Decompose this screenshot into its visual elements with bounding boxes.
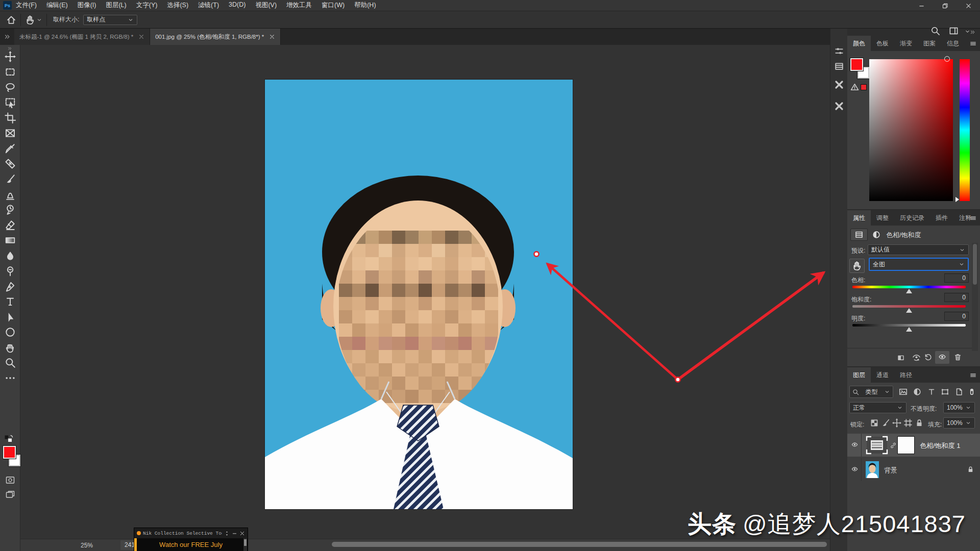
- swap-colors-icon[interactable]: [4, 435, 13, 443]
- hue-value[interactable]: 0: [944, 273, 969, 283]
- home-button[interactable]: [6, 15, 16, 25]
- panel-icon-nik-color-efex[interactable]: [834, 101, 844, 111]
- filter-adjustment-icon[interactable]: [913, 387, 922, 396]
- crop-tool[interactable]: [5, 112, 16, 123]
- tab-history[interactable]: 历史记录: [894, 210, 930, 226]
- blend-mode-select[interactable]: 正常: [849, 402, 906, 413]
- document-tab-untitled[interactable]: 未标题-1 @ 24.6% (椭圆 1 拷贝 2, RGB/8) *: [14, 29, 150, 45]
- lock-position-icon[interactable]: [892, 418, 901, 428]
- tab-gradients[interactable]: 渐变: [894, 36, 918, 51]
- nik-message-link[interactable]: Watch our FREE July: [159, 541, 223, 548]
- sample-size-select[interactable]: 取样点: [83, 15, 137, 25]
- menu-3D[interactable]: 3D(D): [229, 1, 246, 10]
- saturation-brightness-field[interactable]: [869, 59, 953, 201]
- hue-slider[interactable]: [852, 286, 966, 288]
- hue-strip[interactable]: [960, 59, 970, 201]
- gradient-tool[interactable]: [5, 235, 16, 246]
- blur-tool[interactable]: [5, 250, 16, 261]
- eye-icon[interactable]: [850, 466, 859, 472]
- quick-mask-mode-icon[interactable]: [5, 475, 15, 485]
- close-tab-icon[interactable]: [269, 34, 275, 40]
- nik-close-icon[interactable]: [239, 531, 245, 536]
- menu-图层[interactable]: 图层(L): [106, 1, 126, 10]
- lasso-tool[interactable]: [5, 82, 16, 93]
- nik-minimize-icon[interactable]: [232, 531, 237, 536]
- close-button[interactable]: [957, 0, 980, 11]
- layer-row-hue-saturation[interactable]: 色相/饱和度 1: [847, 434, 980, 457]
- menu-增效工具[interactable]: 增效工具: [286, 1, 312, 10]
- lock-artboard-icon[interactable]: [903, 418, 913, 428]
- panel-menu-icon[interactable]: [969, 40, 977, 47]
- rectangular-marquee-tool[interactable]: [5, 66, 16, 78]
- delete-adjustment-icon[interactable]: [953, 353, 962, 362]
- lock-transparency-icon[interactable]: [870, 418, 879, 428]
- lightness-value[interactable]: 0: [944, 312, 969, 321]
- hand-tool[interactable]: [5, 342, 16, 353]
- panel-menu-icon[interactable]: [969, 371, 977, 379]
- horizontal-scrollbar[interactable]: [332, 542, 827, 547]
- nik-updown-icon[interactable]: [224, 531, 230, 536]
- gamut-warning-icon[interactable]: [850, 83, 859, 91]
- brush-tool[interactable]: [5, 173, 16, 185]
- restore-button[interactable]: [933, 0, 957, 11]
- pen-tool[interactable]: [5, 281, 16, 292]
- object-selection-tool[interactable]: [5, 97, 16, 108]
- lightness-slider[interactable]: [852, 324, 966, 327]
- filter-shape-icon[interactable]: [940, 387, 950, 396]
- panel-icon-properties[interactable]: [834, 46, 844, 56]
- reset-adjustment-icon[interactable]: [924, 353, 933, 362]
- tab-paths[interactable]: 路径: [894, 367, 918, 383]
- masks-button[interactable]: [850, 229, 868, 241]
- toolbar-collapse-icon[interactable]: [6, 46, 13, 51]
- nik-title-bar[interactable]: Nik Collection Selective Tool: [134, 528, 248, 538]
- eye-icon[interactable]: [850, 441, 859, 448]
- gamut-color-chip[interactable]: [861, 84, 867, 90]
- tab-overflow-button[interactable]: [0, 29, 14, 45]
- frame-tool[interactable]: [5, 128, 16, 139]
- history-brush-tool[interactable]: [5, 204, 16, 215]
- type-tool[interactable]: [5, 296, 16, 307]
- document-tab-001jpg[interactable]: 001.jpg @ 25% (色相/饱和度 1, RGB/8*) *: [150, 29, 281, 45]
- screen-mode-icon[interactable]: [5, 490, 15, 500]
- toggle-visibility-button[interactable]: [935, 351, 949, 364]
- hue-slider-thumb[interactable]: [906, 289, 912, 293]
- menu-编辑[interactable]: 编辑(E): [46, 1, 68, 10]
- eyedropper-tool[interactable]: [5, 143, 16, 154]
- filter-type-icon[interactable]: [927, 387, 936, 396]
- foreground-color-swatch[interactable]: [850, 58, 863, 71]
- adjustment-layer-thumbnail[interactable]: [865, 436, 889, 455]
- foreground-color-swatch[interactable]: [3, 446, 16, 459]
- tool-preset-button[interactable]: [25, 15, 35, 25]
- minimize-button[interactable]: [910, 0, 933, 11]
- filter-image-icon[interactable]: [898, 387, 908, 396]
- eraser-tool[interactable]: [5, 219, 16, 231]
- background-layer-thumbnail[interactable]: [866, 461, 879, 478]
- tab-plugins[interactable]: 插件: [930, 210, 953, 226]
- nik-scrollbar[interactable]: [243, 538, 247, 551]
- ellipse-tool[interactable]: [5, 327, 16, 338]
- tab-color[interactable]: 颜色: [847, 36, 871, 51]
- clip-to-layer-icon[interactable]: [896, 354, 905, 362]
- channel-select[interactable]: 全图: [869, 258, 969, 271]
- chevron-down-icon[interactable]: [964, 28, 971, 35]
- preset-select[interactable]: 默认值: [868, 244, 969, 255]
- menu-视图[interactable]: 视图(V): [255, 1, 277, 10]
- filter-smart-object-icon[interactable]: [954, 387, 964, 396]
- filter-toggle-pill[interactable]: [968, 386, 976, 397]
- view-previous-state-icon[interactable]: [912, 353, 921, 362]
- saturation-slider-thumb[interactable]: [906, 308, 912, 313]
- tab-adjustments[interactable]: 调整: [871, 210, 894, 226]
- menu-窗口[interactable]: 窗口(W): [322, 1, 345, 10]
- search-icon[interactable]: [930, 26, 940, 36]
- saturation-slider[interactable]: [852, 305, 966, 308]
- panel-icon-nik-selective[interactable]: [834, 80, 844, 90]
- tab-channels[interactable]: 通道: [871, 367, 894, 383]
- menu-滤镜[interactable]: 滤镜(T): [198, 1, 219, 10]
- tab-layers[interactable]: 图层: [847, 367, 871, 383]
- lock-all-icon[interactable]: [915, 418, 924, 428]
- menu-文字[interactable]: 文字(Y): [136, 1, 158, 10]
- photo-canvas[interactable]: [265, 80, 573, 509]
- mask-link-icon[interactable]: [890, 441, 896, 450]
- layer-filter-select[interactable]: 类型: [849, 386, 893, 398]
- clone-stamp-tool[interactable]: [5, 189, 16, 200]
